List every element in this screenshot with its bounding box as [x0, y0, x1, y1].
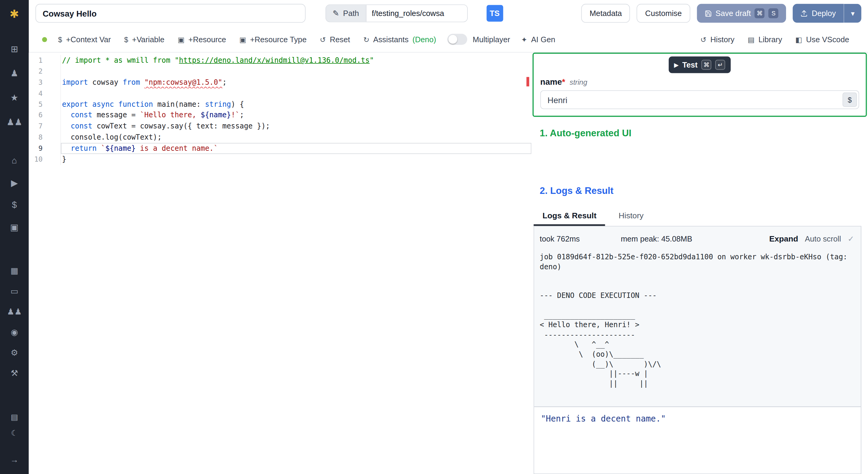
save-icon	[704, 10, 712, 17]
insert-variable-button[interactable]: $	[842, 93, 857, 107]
user-icon[interactable]: ♟	[3, 61, 25, 85]
code-line-4[interactable]: 4	[29, 88, 532, 99]
script-name-input[interactable]	[36, 4, 306, 23]
tab-logs-result[interactable]: Logs & Result	[534, 209, 606, 226]
code-line-7[interactable]: 7 const cowText = cowsay.say({ text: mes…	[29, 121, 532, 132]
path-edit-button[interactable]: ✎ Path	[326, 5, 366, 22]
toolbar-left: $+Context Var$+Variable▣+Resource▣+Resou…	[58, 35, 436, 44]
add-variable-button-label: +Variable	[132, 35, 164, 44]
result-value: "Henri is a decent name."	[541, 414, 854, 424]
groups-icon[interactable]: ♟♟	[3, 301, 25, 322]
arg-name: name	[540, 77, 562, 86]
test-button[interactable]: ▶ Test ⌘ ↵	[669, 56, 731, 73]
star-icon[interactable]: ★	[3, 85, 25, 110]
multiplayer-label: Multiplayer	[472, 35, 510, 44]
ai-gen-label: AI Gen	[531, 35, 555, 44]
multiplayer-toggle[interactable]	[447, 34, 467, 45]
log-area: took 762ms mem peak: 45.08MB Expand Auto…	[534, 227, 861, 407]
language-badge: TS	[487, 5, 503, 22]
assistants-button[interactable]: ↻Assistants(Deno)	[363, 35, 436, 44]
line-number: 4	[29, 88, 61, 99]
schedules-calendar-icon[interactable]: ▦	[3, 260, 25, 281]
line-number: 10	[29, 154, 61, 165]
sidebar-groups: ⊞♟★♟♟⌂▶$▣▦▭♟♟◉⚙⚒▤☾→	[3, 23, 25, 467]
code-line-8[interactable]: 8 console.log(cowText);	[29, 132, 532, 143]
enter-key-icon: ↵	[715, 60, 725, 70]
use-vscode-button-label: Use VScode	[806, 35, 849, 44]
metadata-button[interactable]: Metadata	[581, 4, 630, 23]
folders-icon[interactable]: ▭	[3, 281, 25, 301]
reset-button-label: Reset	[330, 35, 350, 44]
overview-error-marker	[527, 77, 529, 86]
docs-icon[interactable]: ▤	[3, 409, 25, 424]
autoscroll-checkbox[interactable]: ✓	[847, 234, 854, 243]
home-icon[interactable]: ⌂	[3, 150, 25, 172]
windmill-script-editor: ✱ ⊞♟★♟♟⌂▶$▣▦▭♟♟◉⚙⚒▤☾→ ✎ Path TS Metadata…	[0, 0, 868, 474]
expand-button[interactable]: Expand	[769, 234, 798, 243]
log-output: job 0189d64f-812b-525e-f020-652bd9da1100…	[540, 252, 854, 388]
deploy-dropdown-button[interactable]: ▾	[844, 4, 861, 23]
tab-history[interactable]: History	[610, 209, 652, 226]
users-icon[interactable]: ♟♟	[3, 110, 25, 134]
code-line-9[interactable]: 9 return `${name} is a decent name.`	[29, 143, 532, 154]
deploy-button[interactable]: Deploy	[793, 4, 844, 23]
topbar: ✎ Path TS Metadata Customise Save draft …	[29, 0, 868, 27]
workers-icon[interactable]: ⚒	[3, 363, 25, 383]
settings-gear-icon[interactable]: ⚙	[3, 342, 25, 363]
resources-boxes-icon[interactable]: ▣	[3, 216, 25, 238]
use-vscode-button[interactable]: ◧Use VScode	[795, 35, 849, 44]
add-variable-button[interactable]: $+Variable	[124, 35, 164, 44]
add-context-var-button[interactable]: $+Context Var	[58, 35, 111, 44]
customise-button[interactable]: Customise	[637, 4, 690, 23]
grid-icon[interactable]: ⊞	[3, 36, 25, 61]
autoscroll-label: Auto scroll	[805, 234, 841, 243]
save-draft-label: Save draft	[715, 9, 751, 18]
save-draft-button[interactable]: Save draft ⌘ S	[697, 4, 786, 23]
arg-type: string	[569, 78, 587, 87]
code-line-2[interactable]: 2	[29, 66, 532, 77]
code-line-1[interactable]: 1// import * as wmill from "https://deno…	[29, 55, 532, 66]
refresh-icon: ↻	[363, 35, 369, 44]
arg-name-input[interactable]	[540, 90, 859, 109]
deploy-icon	[801, 10, 808, 17]
result-area: "Henri is a decent name."	[534, 407, 861, 473]
deploy-label: Deploy	[812, 9, 836, 18]
code-editor[interactable]: 1// import * as wmill from "https://deno…	[29, 53, 532, 474]
sidebar: ✱ ⊞♟★♟♟⌂▶$▣▦▭♟♟◉⚙⚒▤☾→	[0, 0, 29, 474]
line-number: 8	[29, 132, 61, 143]
expand-sidebar-arrow-icon[interactable]: →	[3, 451, 25, 467]
line-number: 1	[29, 55, 61, 66]
mem-peak-stat: mem peak: 45.08MB	[621, 234, 692, 243]
line-number: 3	[29, 77, 61, 88]
code-line-5[interactable]: 5export async function main(name: string…	[29, 99, 532, 110]
toggle-knob	[448, 35, 457, 44]
windmill-logo-icon[interactable]: ✱	[10, 4, 19, 23]
dark-mode-moon-icon[interactable]: ☾	[3, 425, 25, 441]
pencil-icon: ✎	[333, 9, 339, 18]
right-panel: ▶ Test ⌘ ↵ name*string $ 1. Auto-ge	[531, 53, 868, 474]
code-lines: 1// import * as wmill from "https://deno…	[29, 55, 532, 165]
code-line-3[interactable]: 3import cowsay from "npm:cowsay@1.5.0";	[29, 77, 532, 88]
chevron-down-icon: ▾	[851, 9, 855, 18]
library-button-label: Library	[758, 35, 782, 44]
runs-play-icon[interactable]: ▶	[3, 172, 25, 194]
code-line-10[interactable]: 10}	[29, 154, 532, 165]
code-line-6[interactable]: 6 const message = `Hello there, ${name}!…	[29, 110, 532, 121]
history-button[interactable]: ↺History	[701, 35, 735, 44]
section-logs-result-title: 2. Logs & Result	[540, 185, 868, 197]
reset-button[interactable]: ↺Reset	[320, 35, 350, 44]
audit-eye-icon[interactable]: ◉	[3, 322, 25, 342]
add-resource-button[interactable]: ▣+Resource	[178, 35, 226, 44]
path-input[interactable]	[366, 5, 467, 22]
editor-toolbar: $+Context Var$+Variable▣+Resource▣+Resou…	[29, 27, 868, 53]
add-resource-type-button[interactable]: ▣+Resource Type	[239, 35, 307, 44]
ai-gen-button[interactable]: ✦ AI Gen	[521, 35, 555, 44]
dollar-icon: $	[124, 35, 128, 44]
path-group: ✎ Path	[326, 4, 467, 22]
library-button[interactable]: ▤Library	[748, 35, 782, 44]
vscode-icon: ◧	[795, 35, 802, 44]
cmd-key-icon: ⌘	[702, 60, 712, 70]
path-label: Path	[343, 9, 359, 18]
variables-dollar-icon[interactable]: $	[3, 194, 25, 216]
multiplayer-control: Multiplayer	[447, 34, 510, 45]
